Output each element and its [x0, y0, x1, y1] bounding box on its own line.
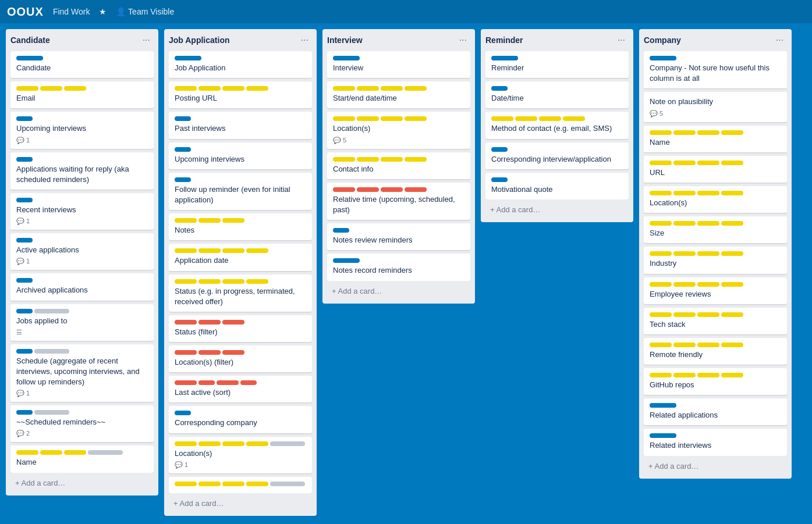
card[interactable]: Related interviews: [644, 429, 787, 455]
card-label: [222, 218, 244, 223]
card[interactable]: Contact info: [327, 152, 470, 179]
add-card-button[interactable]: Add a card…: [485, 202, 629, 218]
card[interactable]: Candidate: [10, 51, 154, 78]
card[interactable]: Notes review reminders: [327, 223, 470, 250]
card[interactable]: Recent interviews💬 1: [10, 193, 154, 230]
card[interactable]: Location(s)💬 5: [327, 112, 470, 148]
star-icon[interactable]: ★: [99, 7, 107, 16]
card[interactable]: GitHub repos: [644, 368, 787, 395]
add-card-button[interactable]: Add a card…: [169, 496, 312, 511]
card[interactable]: ~~Scheduled reminders~~💬 2: [10, 405, 154, 442]
card-footer: 💬 1: [16, 137, 148, 144]
card-title: GitHub repos: [650, 380, 781, 390]
card[interactable]: Industry: [644, 247, 787, 273]
card-label: [697, 130, 719, 135]
card-label: [198, 441, 221, 446]
card[interactable]: Tech stack: [644, 308, 787, 334]
card-title: Name: [650, 137, 781, 148]
card-label: [16, 86, 38, 91]
card[interactable]: Application date: [169, 244, 312, 270]
card[interactable]: Remote friendly: [644, 338, 787, 365]
card[interactable]: Size: [644, 216, 787, 243]
card-label: [16, 278, 33, 283]
card[interactable]: Active applications💬 1: [10, 233, 154, 270]
card-label: [697, 343, 719, 347]
column-menu-button[interactable]: ···: [772, 34, 787, 47]
card[interactable]: Interview: [327, 51, 470, 78]
card-footer: 💬 1: [16, 258, 148, 265]
card-labels: [333, 258, 464, 263]
card[interactable]: Schedule (aggregate of recent interviews…: [10, 344, 154, 402]
card-label: [34, 410, 69, 415]
card[interactable]: Notes: [169, 213, 312, 240]
add-card-button[interactable]: Add a card…: [10, 475, 154, 491]
column-menu-button[interactable]: ···: [456, 34, 470, 47]
card[interactable]: Location(s) (filter): [169, 345, 312, 372]
column-menu-button[interactable]: ···: [614, 34, 629, 47]
card-title: Schedule (aggregate of recent interviews…: [16, 356, 148, 388]
card-label: [175, 411, 191, 415]
card[interactable]: Status (e.g. in progress, terminated, re…: [169, 275, 312, 312]
card[interactable]: Posting URL: [169, 81, 312, 108]
card[interactable]: Notes record reminders: [327, 254, 470, 280]
card[interactable]: Date/time: [485, 81, 629, 108]
team-visible-link[interactable]: 👤 Team Visible: [116, 7, 174, 16]
card[interactable]: Corresponding company: [169, 406, 312, 433]
card[interactable]: Jobs applied to☰: [10, 304, 154, 341]
card[interactable]: Company - Not sure how useful this colum…: [644, 51, 787, 88]
column-title: Candidate: [10, 35, 50, 45]
card-label: [217, 380, 239, 385]
card[interactable]: Corresponding interview/application: [485, 142, 629, 169]
card[interactable]: Employee reviews: [644, 277, 787, 304]
card[interactable]: Name: [10, 445, 154, 472]
card-label: [405, 157, 427, 162]
card-labels: [650, 312, 781, 317]
card-label: [650, 312, 672, 317]
card[interactable]: Note on plausibility💬 5: [644, 92, 787, 122]
card[interactable]: Motivational quote: [485, 173, 629, 199]
card[interactable]: Upcoming interviews: [169, 142, 312, 169]
card-label: [333, 86, 355, 91]
card[interactable]: Applications waiting for reply (aka sche…: [10, 152, 154, 190]
card-title: Reminder: [491, 63, 623, 73]
add-card-button[interactable]: Add a card…: [327, 283, 470, 299]
card[interactable]: Job Application: [169, 51, 312, 78]
card[interactable]: Last active (sort): [169, 376, 312, 402]
card[interactable]: Start/end date/time: [327, 81, 470, 108]
card[interactable]: Email: [10, 81, 154, 108]
card-title: Past interviews: [175, 123, 306, 134]
menu-icon: ☰: [16, 329, 22, 336]
card[interactable]: [169, 477, 312, 493]
card-label: [40, 86, 62, 91]
card[interactable]: Follow up reminder (even for initial app…: [169, 173, 312, 210]
card[interactable]: URL: [644, 156, 787, 183]
card[interactable]: Past interviews: [169, 112, 312, 138]
card-label: [697, 282, 719, 287]
card-title: Upcoming interviews: [175, 154, 306, 165]
card[interactable]: Location(s)💬 1: [169, 437, 312, 473]
cards-list: Job ApplicationPosting URLPast interview…: [169, 51, 312, 493]
column-menu-button[interactable]: ···: [139, 34, 154, 47]
card[interactable]: Status (filter): [169, 315, 312, 342]
card[interactable]: Method of contact (e.g. email, SMS): [485, 112, 629, 138]
column-menu-button[interactable]: ···: [297, 34, 312, 47]
card[interactable]: Archived applications: [10, 273, 154, 300]
find-work-link[interactable]: Find Work: [53, 7, 90, 16]
card[interactable]: Reminder: [485, 51, 629, 78]
card-label: [721, 373, 743, 377]
card-label: [650, 161, 672, 165]
card-label: [198, 320, 221, 325]
card[interactable]: Location(s): [644, 186, 787, 213]
card[interactable]: Name: [644, 126, 787, 152]
add-card-button[interactable]: Add a card…: [644, 458, 787, 474]
card-label: [64, 86, 86, 91]
card-title: URL: [650, 167, 781, 178]
card-label: [16, 157, 33, 162]
column-header: Interview···: [327, 34, 470, 47]
card-title: Recent interviews: [16, 205, 148, 215]
card-labels: [175, 482, 306, 486]
card[interactable]: Related applications: [644, 398, 787, 425]
card[interactable]: Relative time (upcoming, scheduled, past…: [327, 183, 470, 220]
card-title: Location(s) (filter): [175, 357, 306, 368]
card[interactable]: Upcoming interviews💬 1: [10, 112, 154, 148]
